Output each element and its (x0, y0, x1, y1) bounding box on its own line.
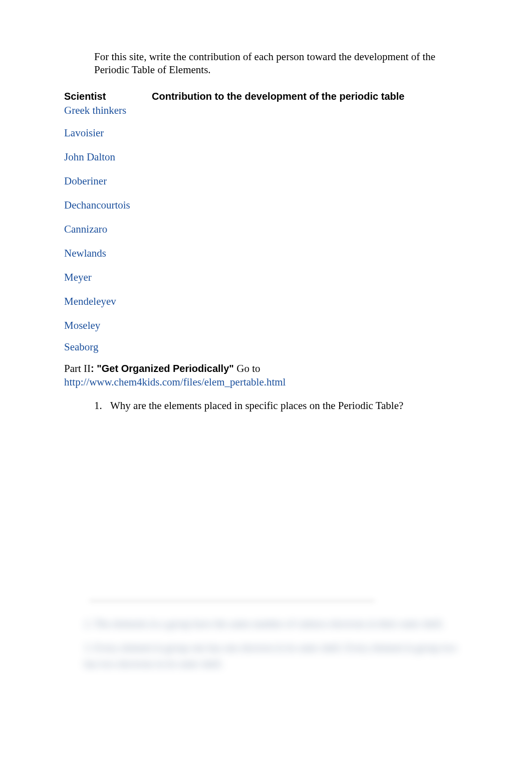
question-text: Why are the elements placed in specific … (110, 400, 403, 412)
scientist-item[interactable]: Dechancourtois (64, 199, 468, 212)
header-scientist: Scientist (64, 91, 152, 102)
part2-heading: Part II: "Get Organized Periodically" Go… (64, 362, 468, 375)
blurred-question: 2. The elements in a group have the same… (84, 616, 468, 632)
scientist-item[interactable]: Mendeleyev (64, 295, 468, 308)
scientist-item[interactable]: Lavoisier (64, 127, 468, 139)
blurred-content: 2. The elements in a group have the same… (64, 600, 468, 680)
table-header: Scientist Contribution to the developmen… (64, 91, 468, 102)
scientist-item[interactable]: Greek thinkers (64, 104, 468, 117)
part2-link[interactable]: http://www.chem4kids.com/files/elem_pert… (64, 376, 468, 388)
scientist-item[interactable]: Moseley (64, 319, 468, 332)
part2-label: Part II (64, 362, 91, 374)
blurred-divider (89, 600, 375, 602)
blurred-question: 3. Every element in group one has one el… (84, 640, 468, 672)
question-number: 1. (94, 400, 110, 412)
question-list: 1. Why are the elements placed in specif… (94, 400, 468, 412)
scientist-item[interactable]: Cannizaro (64, 223, 468, 236)
part2-title: : "Get Organized Periodically" (91, 363, 236, 374)
question-item: 1. Why are the elements placed in specif… (94, 400, 468, 412)
scientist-item[interactable]: Newlands (64, 247, 468, 260)
scientist-item[interactable]: John Dalton (64, 151, 468, 163)
intro-paragraph: For this site, write the contribution of… (94, 50, 468, 77)
part2-goto: Go to (236, 362, 260, 374)
scientist-item[interactable]: Meyer (64, 271, 468, 284)
scientist-list: Greek thinkers Lavoisier John Dalton Dob… (64, 104, 468, 362)
scientist-item[interactable]: Seaborg (64, 341, 468, 353)
scientist-item[interactable]: Doberiner (64, 175, 468, 187)
header-contribution: Contribution to the development of the p… (152, 91, 404, 102)
